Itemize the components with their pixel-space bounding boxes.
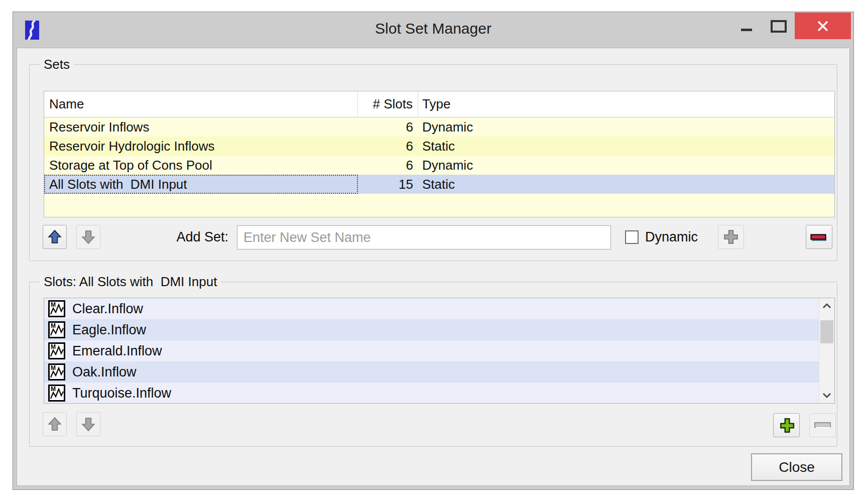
window-title: Slot Set Manager [13,12,853,45]
scrollbar-track[interactable] [819,313,834,388]
slot-list-item[interactable]: M Eagle.Inflow [44,319,834,340]
column-header-type[interactable]: Type [418,91,834,117]
sets-table: Name # Slots Type Reservoir Inflows6Dyna… [44,91,835,217]
chevron-up-icon [822,303,831,309]
column-header-slots[interactable]: # Slots [358,91,418,117]
move-set-up-button[interactable] [43,225,67,249]
slot-name-label: Clear.Inflow [72,301,143,317]
slot-set-manager-dialog: Slot Set Manager Sets Name # Slots [13,12,854,490]
set-slot-count-cell: 15 [358,175,418,194]
slots-groupbox: Slots: All Slots with DMI Input M Clear.… [29,282,837,447]
minus-icon [814,421,832,429]
series-slot-icon: M [48,300,65,317]
add-slot-button[interactable] [773,413,800,437]
set-slot-count-cell: 6 [358,137,418,156]
arrow-up-icon [47,417,62,432]
remove-slot-button[interactable] [809,413,836,437]
series-slot-icon: M [48,363,65,381]
maximize-icon [771,20,787,33]
dynamic-checkbox[interactable] [625,230,639,244]
plus-icon [723,229,739,245]
set-name-cell: Reservoir Hydrologic Inflows [44,137,358,156]
dialog-content: Sets Name # Slots Type Reservoir Inflows… [17,48,850,486]
set-type-cell: Static [418,175,834,194]
set-row[interactable]: Storage at Top of Cons Pool6Dynamic [44,156,834,175]
slot-name-label: Emerald.Inflow [72,343,162,359]
move-slot-up-button[interactable] [43,412,67,436]
series-slot-icon: M [48,321,65,338]
remove-set-button[interactable] [806,225,832,249]
svg-text:M: M [51,364,56,371]
minimize-icon [741,29,752,31]
svg-text:M: M [51,322,56,329]
set-row[interactable]: All Slots with DMI Input15Static [44,175,834,194]
series-slot-icon: M [48,385,65,402]
scrollbar-up-button[interactable] [819,298,834,313]
scrollbar-down-button[interactable] [819,388,834,403]
set-type-cell: Dynamic [418,156,834,175]
slots-scrollbar[interactable] [819,298,834,403]
move-slot-down-button[interactable] [76,412,100,436]
window-close-button[interactable] [795,13,851,39]
set-slot-count-cell: 6 [358,156,418,175]
title-bar[interactable]: Slot Set Manager [13,12,853,48]
sets-groupbox: Sets Name # Slots Type Reservoir Inflows… [29,64,837,261]
set-type-cell: Static [418,137,834,156]
arrow-up-icon [47,229,62,244]
window-controls [730,13,851,39]
plus-icon [778,417,795,434]
slot-name-label: Oak.Inflow [72,364,137,380]
series-slot-icon: M [48,342,65,359]
svg-text:M: M [51,343,56,350]
slots-list-body: M Clear.Inflow M Eagle.Inflow M Emerald.… [44,298,834,404]
sets-group-label: Sets [40,56,74,72]
slot-list-item[interactable]: M Emerald.Inflow [44,340,834,361]
new-set-name-input[interactable] [237,225,611,249]
svg-text:M: M [51,386,56,393]
close-icon [816,20,829,32]
maximize-button[interactable] [763,13,795,39]
slot-list-item[interactable]: M Turquoise.Inflow [44,383,834,404]
sets-table-body: Reservoir Inflows6DynamicReservoir Hydro… [44,117,834,194]
set-slot-count-cell: 6 [358,117,418,137]
scrollbar-thumb[interactable] [820,320,833,343]
sets-table-header: Name # Slots Type [44,91,834,117]
set-row[interactable]: Reservoir Inflows6Dynamic [44,117,834,137]
dynamic-checkbox-label: Dynamic [645,225,698,249]
slot-list-item[interactable]: M Clear.Inflow [44,298,834,319]
set-row[interactable]: Reservoir Hydrologic Inflows6Static [44,137,834,156]
move-set-down-button[interactable] [76,225,100,249]
add-set-button[interactable] [718,225,744,249]
slot-list-item[interactable]: M Oak.Inflow [44,361,834,383]
slots-list: M Clear.Inflow M Eagle.Inflow M Emerald.… [44,298,835,404]
slots-group-label: Slots: All Slots with DMI Input [40,274,221,290]
add-set-label: Add Set: [130,225,228,249]
slot-name-label: Eagle.Inflow [72,322,146,338]
column-header-name[interactable]: Name [44,91,358,117]
set-name-cell: Storage at Top of Cons Pool [44,156,358,175]
set-type-cell: Dynamic [418,117,834,137]
set-name-cell: All Slots with DMI Input [44,175,358,194]
slot-name-label: Turquoise.Inflow [72,386,171,401]
arrow-down-icon [81,417,96,432]
set-name-cell: Reservoir Inflows [44,117,358,137]
minimize-button[interactable] [730,13,763,39]
minus-icon [810,232,828,242]
chevron-down-icon [822,393,831,399]
svg-text:M: M [51,301,56,308]
arrow-down-icon [81,229,96,244]
close-button[interactable]: Close [751,453,842,481]
